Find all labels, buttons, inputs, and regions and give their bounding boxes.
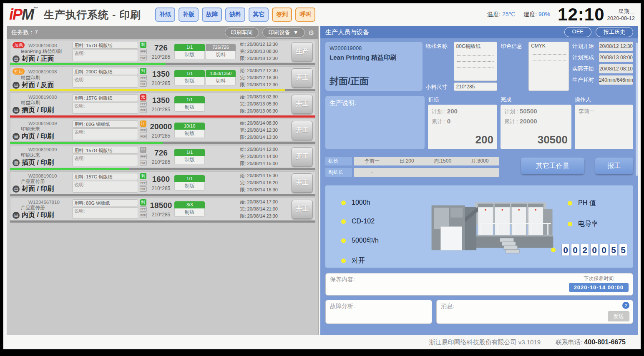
next-maintenance-label: 下次保养时间	[569, 275, 629, 282]
material-status-icon: 到	[140, 199, 146, 206]
maintenance-box[interactable]: 保养内容: 下次保养时间 2020-10-14 00:00	[325, 273, 633, 296]
plate-label: 制版	[174, 182, 205, 191]
pdf-file-icon[interactable]: PDF	[140, 134, 147, 139]
app-logo: iPM™	[9, 6, 38, 23]
next-maintenance-time: 2020-10-14 00:00	[569, 283, 629, 292]
detail-panel: 生产人员与设备 OEE 报工历史 W200819008 Lean Printin…	[320, 26, 638, 335]
task-name: 印刷未来	[13, 126, 71, 132]
quantity: 1350	[148, 70, 174, 79]
note-field: 说明:	[72, 207, 138, 219]
clock-date: 星期三 2020-08-12	[607, 8, 635, 22]
gear-icon[interactable]: ⚙	[308, 29, 314, 37]
sheet-size: 210*285	[148, 54, 174, 60]
task-id: W200819010	[28, 173, 57, 178]
progress-bar	[10, 168, 315, 170]
send-button[interactable]: 发送	[608, 311, 629, 321]
clock-time: 12:10	[558, 5, 604, 25]
progress-bar	[10, 142, 315, 144]
fault-analysis-label: 故障分析:	[330, 303, 355, 309]
task-row[interactable]: W200819010 产品宣传册 ▤封面 / 印刷 用料: 157G 铜版纸 说…	[10, 171, 315, 196]
ppp-file-icon[interactable]: PPP	[140, 180, 147, 186]
ink-label: 印色信息	[501, 42, 526, 91]
humidity: 湿度: 90%	[523, 11, 550, 18]
task-action-button[interactable]: 生产	[292, 42, 313, 61]
captain-info: 李前一 日:200 周:1500 月:8000	[354, 157, 499, 165]
pdf-file-icon[interactable]: PDF	[140, 108, 147, 113]
pdf-file-icon[interactable]: PDF	[140, 55, 147, 60]
pdf-file-icon[interactable]: PDF	[140, 81, 147, 87]
other-workload-button[interactable]: 其它工作量	[521, 158, 584, 174]
sheet-size: 210*285	[148, 80, 174, 86]
plate-label: 制版	[174, 156, 205, 164]
ppp-file-icon[interactable]: PPP	[140, 49, 147, 54]
bullet-icon	[341, 258, 346, 263]
task-row[interactable]: W200819009 印刷未来 ▤插页 / 印刷 用料: 157G 铜版纸 说明…	[10, 145, 315, 170]
task-row[interactable]: 挂起W200819008 精益印刷 ▤封面 / 反面 用料: 200G 铜版纸 …	[10, 66, 315, 91]
task-row[interactable]: 加急W200819008 leanPring 精益印刷 ▤封面 / 正面 用料:…	[10, 40, 315, 65]
document-icon: ▤	[13, 212, 20, 219]
task-times: 始: 20/08/14 15:30完: 20/08/14 16:20限: 20/…	[236, 173, 291, 193]
task-action-button[interactable]: 开工	[292, 147, 313, 166]
shortage-button[interactable]: 缺料	[225, 8, 245, 22]
plate-label: 制版	[174, 208, 205, 217]
pdf-file-icon[interactable]: PDF	[140, 213, 147, 218]
task-id: W200819008	[28, 95, 57, 100]
job-stage: 封面/正面	[330, 75, 418, 88]
sheet-size-field[interactable]: 210*285	[454, 83, 498, 91]
sheet-size: 210*285	[148, 212, 174, 218]
plate-refill-button[interactable]: 补版	[179, 8, 199, 22]
ink-field[interactable]: CMYK	[528, 42, 569, 91]
quantity: 1600	[148, 175, 174, 184]
task-count: 任务数：7	[11, 29, 38, 36]
waste-card: 折损 计划 : 200 累计 : 0 200	[428, 96, 497, 149]
report-history-button[interactable]: 报工历史	[596, 27, 633, 37]
task-row[interactable]: W1234567810 产品宣传册 ▤内页 / 印刷 用料: 80G 铜版纸 说…	[10, 198, 315, 223]
pdf-file-icon[interactable]: PDF	[140, 186, 147, 192]
task-action-button[interactable]: 开工	[292, 121, 313, 140]
plate-label: 制版	[174, 103, 205, 112]
note-field: 说明:	[72, 50, 138, 61]
task-times: 始: 20/08/12 12:30完: 20/08/12 18:30限: 20/…	[236, 68, 291, 88]
ppp-file-icon[interactable]: PPP	[140, 154, 147, 159]
workshop-button[interactable]: 印刷车间	[225, 28, 259, 38]
pdf-file-icon[interactable]: PDF	[140, 160, 147, 165]
ppp-file-icon[interactable]: PPP	[140, 101, 147, 107]
other-button[interactable]: 其它	[249, 8, 269, 22]
report-work-button[interactable]: 报工	[595, 158, 633, 174]
note-field: 说明:	[72, 181, 138, 193]
fault-analysis-box[interactable]: 故障分析:	[325, 300, 432, 324]
captain-label: 机长	[325, 157, 352, 165]
ppp-file-icon[interactable]: PPP	[140, 75, 147, 80]
paper-name-field[interactable]: 80G铜版纸	[454, 42, 498, 81]
scrollbar[interactable]	[636, 43, 638, 176]
paper-refill-button[interactable]: 补纸	[155, 8, 175, 22]
fault-button[interactable]: 故障	[202, 8, 222, 22]
task-action-button[interactable]: 开工	[292, 68, 313, 88]
task-action-button[interactable]: 开工	[292, 173, 313, 193]
temperature: 温度: 25℃	[487, 11, 515, 18]
task-name: 印刷未来	[13, 152, 71, 158]
task-stage: 封面 / 正面	[22, 55, 54, 63]
material-field: 用料: 80G 铜版纸	[72, 120, 138, 128]
progress-bar	[10, 221, 315, 223]
message-box[interactable]: 消息: 2 发送	[436, 300, 633, 324]
crew-section: 机长 李前一 日:200 周:1500 月:8000 副机长 - 其它工作量	[325, 157, 633, 177]
signin-button[interactable]: 签到	[272, 8, 292, 22]
task-action-button[interactable]: 开工	[292, 95, 313, 114]
device-select[interactable]: 印刷设备 ▼	[262, 28, 305, 38]
progress-bar	[10, 115, 315, 118]
task-action-button[interactable]: 开工	[292, 200, 313, 219]
material-field: 用料: 157G 铜版纸	[72, 173, 138, 180]
priority-badge: 挂起	[13, 68, 25, 75]
ppp-file-icon[interactable]: PPP	[140, 206, 147, 212]
paper-name-label: 纸张名称	[426, 42, 452, 81]
document-icon: ▤	[13, 55, 20, 63]
task-row[interactable]: W200819009 印刷未来 ▤内页 / 印刷 用料: 80G 铜版纸 说明:…	[10, 119, 315, 144]
progress-bar	[10, 194, 315, 196]
call-button[interactable]: 呼叫	[295, 8, 315, 22]
task-row[interactable]: W200819008 精益印刷 ▤插页 / 印刷 用料: 157G 铜版纸 说明…	[10, 93, 315, 118]
oee-button[interactable]: OEE	[564, 27, 591, 37]
ppp-file-icon[interactable]: PPP	[140, 128, 147, 133]
material-field: 用料: 157G 铜版纸	[72, 94, 138, 101]
sheet-size: 210*285	[148, 159, 174, 165]
